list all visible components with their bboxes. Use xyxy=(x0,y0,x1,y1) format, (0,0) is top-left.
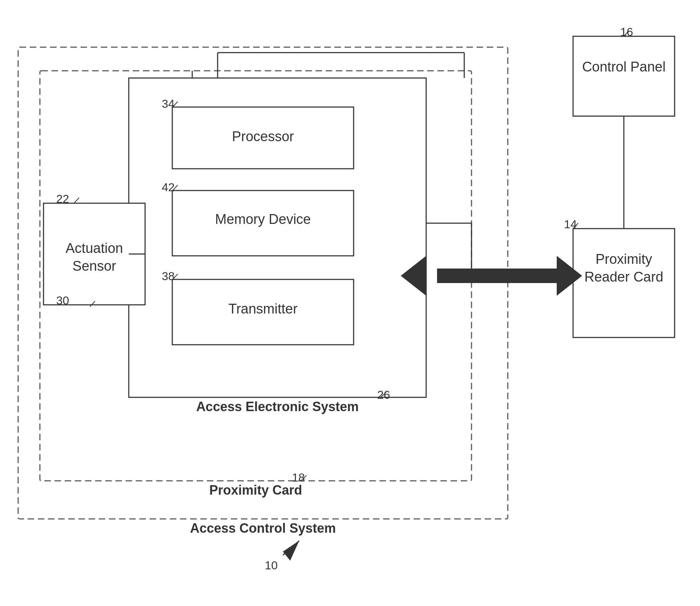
svg-line-33 xyxy=(283,541,299,555)
proximity-card-label: Proximity Card xyxy=(40,483,472,498)
transmitter-label: Transmitter xyxy=(172,301,354,317)
svg-rect-17 xyxy=(437,269,557,283)
svg-line-25 xyxy=(90,301,95,307)
svg-line-24 xyxy=(74,198,79,203)
svg-line-16 xyxy=(426,236,559,283)
processor-label: Processor xyxy=(172,129,354,144)
actuation-sensor-label: Actuation Sensor xyxy=(44,239,145,275)
svg-rect-7 xyxy=(573,36,675,116)
svg-line-15 xyxy=(426,247,573,283)
ref-22: 22 xyxy=(56,192,69,206)
svg-rect-2 xyxy=(129,78,426,397)
ref-34: 34 xyxy=(162,97,175,111)
svg-line-14 xyxy=(426,223,573,283)
ref-14: 14 xyxy=(564,218,577,231)
ref-30: 30 xyxy=(56,294,69,307)
ref-38: 38 xyxy=(162,270,175,283)
svg-marker-19 xyxy=(401,256,426,296)
svg-rect-0 xyxy=(18,47,508,519)
ref-42: 42 xyxy=(162,181,175,194)
diagram-container: Actuation Sensor 22 30 Processor 34 Memo… xyxy=(0,0,700,606)
control-panel-label: Control Panel xyxy=(573,58,675,76)
ref-16: 16 xyxy=(620,25,633,39)
memory-device-label: Memory Device xyxy=(172,210,354,228)
proximity-reader-card-label: Proximity Reader Card xyxy=(573,250,675,286)
ref-18: 18 xyxy=(292,471,305,484)
svg-marker-34 xyxy=(283,541,299,561)
access-control-system-label: Access Control System xyxy=(18,521,508,536)
ref-26: 26 xyxy=(377,388,390,402)
ref-10: 10 xyxy=(265,559,278,572)
